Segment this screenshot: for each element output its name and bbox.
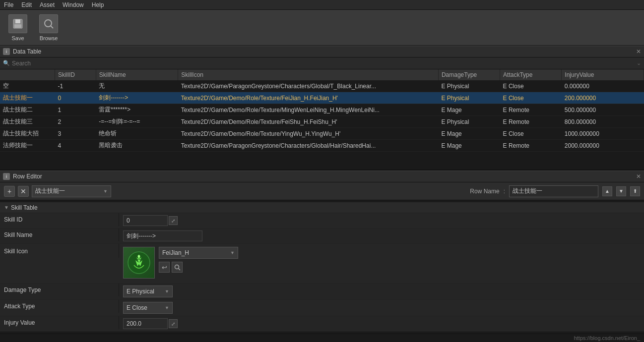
row-selector-value: 战士技能一 [35, 187, 65, 195]
skill-name-row: Skill Name [0, 228, 644, 244]
search-input[interactable] [12, 60, 637, 67]
table-body: 空 -1 无 Texture2D'/Game/ParagonGreystone/… [0, 80, 644, 152]
cell-injuryvalue: 0.000000 [562, 80, 644, 92]
row-editor-close[interactable]: ✕ [636, 173, 641, 180]
cell-rowname: 法师技能一 [0, 140, 55, 152]
search-icon: 🔍 [3, 60, 10, 66]
cell-rowname: 空 [0, 80, 55, 92]
cell-attacktype: E Remote [500, 104, 562, 116]
skill-icon-dropdown-arrow: ▼ [230, 250, 235, 255]
nav-prev-button[interactable]: ▲ [602, 186, 612, 196]
damage-type-row: Damage Type E Physical ▼ [0, 284, 644, 300]
injury-value-expand[interactable]: ⤢ [169, 319, 178, 328]
table-header-row: SkillID SkillName SkillIcon DamageType A… [0, 69, 644, 80]
table-row[interactable]: 法师技能一 4 黑暗袭击 Texture2D'/Game/ParagonGrey… [0, 140, 644, 152]
icon-browse-button[interactable] [172, 262, 183, 273]
col-header-rowname [0, 69, 55, 80]
data-table-close[interactable]: ✕ [636, 48, 641, 55]
svg-point-7 [175, 265, 179, 269]
cell-skillicon: Texture2D'/Game/Demo/Role/Texture/FeiShu… [178, 116, 439, 128]
icon-reset-button[interactable]: ↩ [159, 262, 170, 273]
main-area: i Data Table ✕ 🔍 ⌄ SkillID SkillName Ski… [0, 46, 644, 334]
skill-id-input[interactable] [123, 215, 168, 226]
cell-attacktype: E Remote [500, 116, 562, 128]
row-name-area: Row Name : ▲ ▼ ⬆ [470, 185, 640, 197]
cell-skillid: 1 [55, 104, 96, 116]
save-icon [8, 14, 27, 33]
row-editor-title: Row Editor [13, 173, 42, 180]
table-row[interactable]: 战士技能大招 3 绝命斩 Texture2D'/Game/Demo/Role/T… [0, 128, 644, 140]
cell-skillid: 0 [55, 92, 96, 104]
menu-help[interactable]: Help [92, 1, 104, 8]
cell-damagetype: E Physical [438, 92, 500, 104]
skill-id-label: Skill ID [0, 213, 119, 226]
cell-skillid: 3 [55, 128, 96, 140]
attack-type-dropdown[interactable]: E Close ▼ [123, 302, 173, 314]
cell-skillname: 无 [96, 80, 178, 92]
skill-table-section: ▼ Skill Table Skill ID ⤢ Skill Name [0, 200, 644, 334]
cell-skillicon: Texture2D'/Game/ParagonGreystone/Charact… [178, 140, 439, 152]
skill-icon-label: Skill Icon [0, 244, 119, 258]
cell-damagetype: E Mage [438, 140, 500, 152]
skill-icon-preview [123, 247, 155, 279]
cell-skillname: 黑暗袭击 [96, 140, 178, 152]
damage-type-dropdown[interactable]: E Physical ▼ [123, 285, 173, 297]
section-title: Skill Table [11, 204, 38, 211]
skill-id-row: Skill ID ⤢ [0, 213, 644, 228]
cell-skillname: -=--=剑阵=-=--= [96, 116, 178, 128]
table-row[interactable]: 战士技能一 0 剑刺-------> Texture2D'/Game/Demo/… [0, 92, 644, 104]
skill-icon-row: Skill Icon F [0, 244, 644, 284]
cell-injuryvalue: 800.000000 [562, 116, 644, 128]
delete-row-button[interactable]: ✕ [18, 186, 29, 197]
row-selector-arrow: ▼ [103, 189, 108, 194]
menu-bar: File Edit Asset Window Help [0, 0, 644, 10]
attack-type-arrow: ▼ [165, 305, 169, 310]
injury-value-input[interactable] [123, 318, 168, 329]
section-header[interactable]: ▼ Skill Table [0, 202, 644, 213]
cell-skillid: 4 [55, 140, 96, 152]
data-table-header: i Data Table ✕ [0, 46, 644, 57]
cell-rowname: 战士技能一 [0, 92, 55, 104]
menu-file[interactable]: File [4, 1, 13, 8]
cell-damagetype: E Physical [438, 80, 500, 92]
skill-name-value [119, 228, 644, 243]
browse-button[interactable]: Browse [36, 14, 62, 41]
menu-window[interactable]: Window [63, 1, 84, 8]
cell-skillname: 剑刺-------> [96, 92, 178, 104]
cell-rowname: 战士技能大招 [0, 128, 55, 140]
footer: https://blog.csdn.net/Eiron_ [0, 334, 644, 342]
skill-id-value: ⤢ [119, 213, 644, 228]
add-row-button[interactable]: + [4, 186, 15, 197]
table-row[interactable]: 战士技能三 2 -=--=剑阵=-=--= Texture2D'/Game/De… [0, 116, 644, 128]
svg-point-3 [45, 20, 52, 27]
nav-next-button[interactable]: ▼ [616, 186, 626, 196]
cell-attacktype: E Remote [500, 140, 562, 152]
cell-skillicon: Texture2D'/Game/Demo/Role/Texture/YingWu… [178, 128, 439, 140]
table-row[interactable]: 战士技能二 1 雷霆*******> Texture2D'/Game/Demo/… [0, 104, 644, 116]
col-header-injuryvalue: InjuryValue [562, 69, 644, 80]
browse-icon [39, 14, 58, 33]
row-editor-toolbar: + ✕ 战士技能一 ▼ Row Name : ▲ ▼ ⬆ [0, 182, 644, 200]
toolbar: Save Browse [0, 10, 644, 46]
skill-id-expand[interactable]: ⤢ [169, 216, 178, 225]
damage-type-label: Damage Type [0, 284, 119, 296]
table-row[interactable]: 空 -1 无 Texture2D'/Game/ParagonGreystone/… [0, 80, 644, 92]
cell-injuryvalue: 500.000000 [562, 104, 644, 116]
nav-last-button[interactable]: ⬆ [630, 186, 640, 196]
save-button[interactable]: Save [5, 14, 31, 41]
skill-name-label: Skill Name [0, 228, 119, 241]
search-expand[interactable]: ⌄ [637, 60, 641, 66]
cell-attacktype: E Close [500, 128, 562, 140]
skill-name-input[interactable] [123, 230, 202, 241]
menu-edit[interactable]: Edit [21, 1, 32, 8]
cell-injuryvalue: 1000.000000 [562, 128, 644, 140]
row-selector-dropdown[interactable]: 战士技能一 ▼ [32, 185, 111, 197]
attack-type-value: E Close ▼ [119, 300, 644, 316]
injury-value-value: ⤢ [119, 316, 644, 331]
section-arrow: ▼ [4, 205, 9, 210]
row-name-input[interactable] [509, 185, 598, 197]
damage-type-dropdown-value: E Physical [127, 288, 154, 295]
damage-type-arrow: ▼ [165, 289, 169, 294]
skill-icon-selector[interactable]: FeiJian_H ▼ [159, 247, 238, 259]
menu-asset[interactable]: Asset [40, 1, 55, 8]
